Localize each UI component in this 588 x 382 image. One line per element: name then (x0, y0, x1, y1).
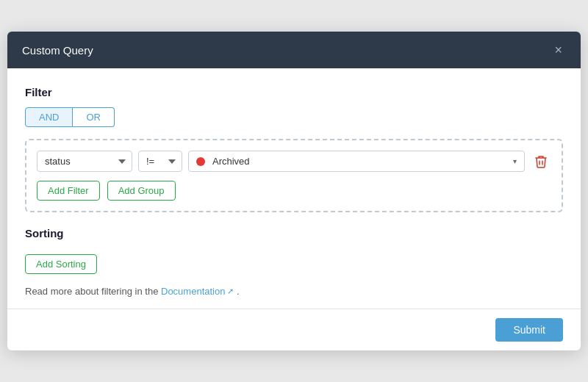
and-toggle-button[interactable]: AND (25, 107, 73, 127)
value-dropdown-inner: Archived ▾ (196, 156, 517, 167)
delete-filter-button[interactable] (531, 152, 551, 171)
doc-link-label: Documentation (161, 286, 225, 297)
dialog-title: Custom Query (22, 44, 93, 57)
value-dropdown[interactable]: Archived ▾ (188, 151, 525, 172)
sorting-section-label: Sorting (25, 227, 563, 239)
chevron-down-icon: ▾ (513, 157, 517, 165)
filter-row: status name created_at != = > < (37, 151, 551, 172)
add-filter-button[interactable]: Add Filter (37, 181, 100, 201)
custom-query-dialog: Custom Query × Filter AND OR status name… (7, 32, 581, 350)
documentation-link[interactable]: Documentation ➚ (161, 286, 234, 297)
filter-section-label: Filter (25, 86, 563, 98)
value-text: Archived (212, 156, 250, 167)
dialog-footer: Submit (7, 309, 581, 350)
dialog-header: Custom Query × (7, 32, 581, 68)
doc-text-before: Read more about filtering in the (25, 286, 161, 297)
doc-text: Read more about filtering in the Documen… (25, 286, 563, 297)
close-button[interactable]: × (551, 42, 566, 58)
filter-toggle-group: AND OR (25, 107, 563, 127)
or-toggle-button[interactable]: OR (73, 107, 115, 127)
add-group-button[interactable]: Add Group (107, 181, 176, 201)
doc-text-after: . (237, 286, 240, 297)
status-dot (196, 157, 205, 166)
trash-icon (535, 155, 547, 168)
add-buttons-group: Add Filter Add Group (37, 181, 551, 201)
dialog-body: Filter AND OR status name created_at != … (7, 68, 581, 309)
filter-section: Filter AND OR status name created_at != … (25, 86, 563, 212)
field-select[interactable]: status name created_at (37, 151, 132, 172)
operator-select[interactable]: != = > < (138, 151, 182, 172)
filter-group-box: status name created_at != = > < (25, 139, 563, 212)
external-link-icon: ➚ (227, 286, 234, 296)
submit-button[interactable]: Submit (495, 318, 563, 342)
sorting-section: Sorting Add Sorting (25, 227, 563, 274)
add-sorting-button[interactable]: Add Sorting (25, 254, 97, 274)
